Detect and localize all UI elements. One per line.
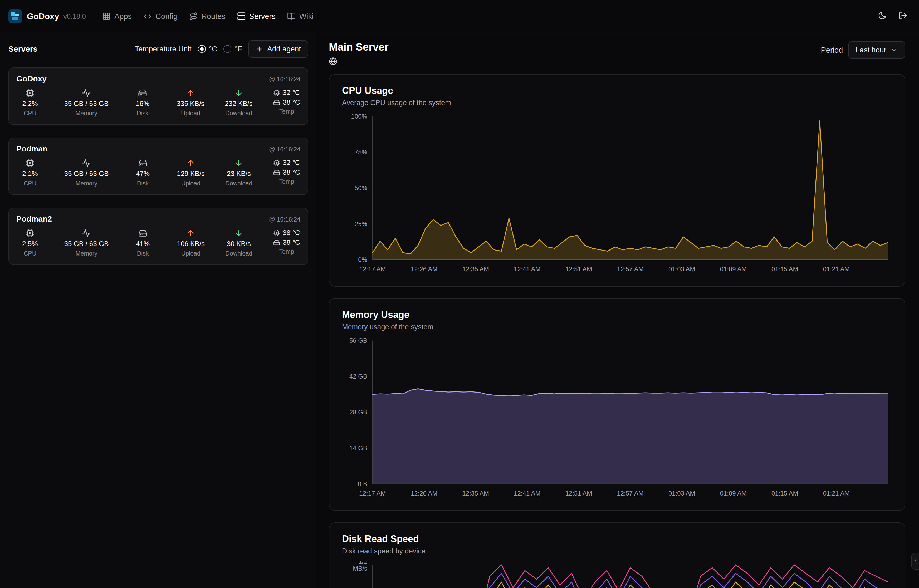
fahrenheit-radio[interactable]: °F: [223, 45, 242, 53]
cpu-temp-icon: [273, 229, 280, 236]
nav-item-wiki[interactable]: Wiki: [281, 8, 320, 25]
svg-text:12:41 AM: 12:41 AM: [514, 265, 540, 273]
download-stat-label: Download: [225, 180, 252, 187]
svg-text:56 GB: 56 GB: [349, 337, 367, 344]
arrow-down-icon: [234, 89, 243, 97]
cpu-temp-value: 32 °C: [283, 158, 300, 167]
server-stats-row: 2.5% CPU 35 GB / 63 GB Memory 41% Disk: [16, 229, 300, 257]
hard-drive-icon: [138, 229, 147, 237]
cpu-stat-label: CPU: [24, 250, 37, 257]
server-card-godoxy[interactable]: GoDoxy @ 16:16:24 2.2% CPU 35 GB / 63 GB…: [8, 68, 308, 125]
servers-panel: Servers Temperature Unit °C °F Add agent: [0, 33, 317, 588]
code-icon: [143, 12, 152, 21]
download-value: 23 KB/s: [227, 170, 251, 178]
arrow-up-icon: [186, 89, 195, 97]
nav-label-apps: Apps: [114, 12, 132, 21]
server-name: Podman: [16, 144, 47, 153]
navbar: GoDoxy v0.18.0 Apps Config Routes Server…: [0, 0, 919, 33]
memory-stat-label: Memory: [75, 180, 97, 187]
chart-title: Disk Read Speed: [342, 533, 892, 544]
disk-stat-label: Disk: [137, 110, 149, 117]
upload-stat: 106 KB/s Upload: [177, 229, 205, 257]
svg-text:01:03 AM: 01:03 AM: [669, 490, 695, 497]
cpu-temp-row: 32 °C: [273, 158, 300, 167]
version-label: v0.18.0: [63, 12, 86, 21]
server-card-podman2[interactable]: Podman2 @ 16:16:24 2.5% CPU 35 GB / 63 G…: [8, 208, 308, 265]
app-root: GoDoxy v0.18.0 Apps Config Routes Server…: [0, 0, 919, 588]
svg-text:12:35 AM: 12:35 AM: [462, 490, 489, 497]
disk-stat: 41% Disk: [129, 229, 157, 257]
memory-value: 35 GB / 63 GB: [64, 100, 108, 108]
server-icon: [237, 12, 245, 21]
period-value: Last hour: [856, 46, 886, 54]
disk-temp-row: 38 °C: [273, 168, 300, 176]
activity-icon: [82, 89, 91, 97]
download-stat: 232 KB/s Download: [225, 89, 253, 117]
server-card-list: GoDoxy @ 16:16:24 2.2% CPU 35 GB / 63 GB…: [0, 60, 317, 272]
nav-item-config[interactable]: Config: [137, 8, 183, 25]
disk-stat: 47% Disk: [129, 158, 157, 187]
chart-subtitle: Disk read speed by device: [342, 547, 892, 555]
collapse-panel-handle[interactable]: [911, 553, 919, 570]
svg-text:12:26 AM: 12:26 AM: [411, 265, 438, 273]
svg-text:01:15 AM: 01:15 AM: [772, 490, 798, 497]
page-title: Main Server: [329, 41, 389, 53]
logout-button[interactable]: [895, 8, 911, 25]
svg-text:MB/s: MB/s: [353, 565, 367, 572]
theme-toggle-button[interactable]: [875, 8, 890, 25]
add-agent-label: Add agent: [267, 45, 301, 53]
disk-value: 47%: [136, 170, 150, 178]
svg-text:12:41 AM: 12:41 AM: [514, 490, 540, 497]
upload-stat-label: Upload: [181, 250, 200, 257]
svg-text:01:21 AM: 01:21 AM: [823, 265, 850, 273]
download-stat-label: Download: [225, 110, 252, 117]
radio-selected-indicator: [198, 45, 206, 53]
chart-subtitle: Memory usage of the system: [342, 323, 892, 331]
period-select[interactable]: Last hour: [848, 41, 905, 59]
disk-temp-value: 38 °C: [283, 98, 300, 107]
disk-value: 16%: [136, 100, 149, 108]
temperature-stat: 32 °C 38 °C Temp: [273, 158, 300, 185]
chevron-left-icon: [912, 558, 919, 564]
memory-value: 35 GB / 63 GB: [64, 170, 108, 178]
svg-text:28 GB: 28 GB: [349, 409, 367, 416]
cpu-stat-label: CPU: [24, 180, 37, 187]
disk-temp-row: 38 °C: [273, 98, 300, 107]
cpu-stat: 2.1% CPU: [16, 158, 44, 187]
chart-title: CPU Usage: [342, 85, 892, 96]
nav-item-servers[interactable]: Servers: [231, 8, 281, 25]
nav-item-apps[interactable]: Apps: [97, 8, 137, 25]
add-agent-button[interactable]: Add agent: [248, 40, 308, 58]
upload-value: 335 KB/s: [177, 100, 205, 108]
brand-title: GoDoxy: [27, 11, 59, 21]
upload-value: 129 KB/s: [177, 170, 205, 178]
download-value: 232 KB/s: [225, 100, 253, 108]
disk-temp-icon: [273, 169, 280, 176]
temp-stat-label: Temp: [279, 108, 294, 115]
memory-stat: 35 GB / 63 GB Memory: [64, 89, 108, 117]
disk-value: 41%: [136, 240, 150, 248]
memory-usage-chart: 0 B14 GB28 GB42 GB56 GB12:17 AM12:26 AM1…: [342, 336, 892, 500]
temperature-unit-group: Temperature Unit °C °F Add agent: [135, 40, 308, 58]
celsius-radio[interactable]: °C: [198, 45, 217, 53]
nav-label-routes: Routes: [201, 12, 226, 21]
svg-text:12:51 AM: 12:51 AM: [565, 490, 592, 497]
period-label: Period: [821, 46, 843, 55]
server-card-header: Podman @ 16:16:24: [16, 144, 300, 153]
temperature-stat: 32 °C 38 °C Temp: [273, 89, 300, 115]
download-value: 30 KB/s: [227, 240, 251, 248]
globe-icon[interactable]: [329, 57, 337, 66]
server-card-podman[interactable]: Podman @ 16:16:24 2.1% CPU 35 GB / 63 GB…: [8, 137, 308, 195]
book-icon: [287, 12, 296, 21]
svg-text:01:09 AM: 01:09 AM: [720, 265, 746, 273]
hard-drive-icon: [138, 89, 147, 97]
nav-item-routes[interactable]: Routes: [183, 8, 231, 25]
main-header: Main Server Period Last hour: [329, 41, 905, 68]
svg-text:12:35 AM: 12:35 AM: [462, 265, 489, 273]
cpu-value: 2.2%: [22, 100, 38, 108]
download-stat: 30 KB/s Download: [225, 229, 252, 257]
temperature-unit-label: Temperature Unit: [135, 45, 192, 53]
svg-text:12:51 AM: 12:51 AM: [565, 265, 592, 273]
svg-text:25%: 25%: [355, 220, 367, 227]
svg-text:12:57 AM: 12:57 AM: [617, 265, 643, 273]
